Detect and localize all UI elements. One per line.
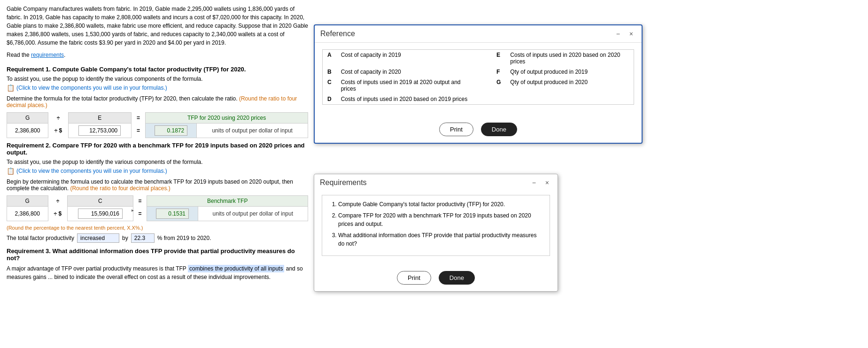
req1-popup-link[interactable]: 📋 (Click to view the components you will… [7, 84, 308, 92]
requirements-modal-body: Compute Gable Company's total factor pro… [314, 190, 558, 267]
req2-round-note: (Round the percentage to the nearest ten… [7, 225, 308, 231]
tfp-change-row: The total factor productivity by % from … [7, 233, 308, 243]
requirements-modal-footer: Print Done [314, 267, 558, 291]
ref-text-A: Cost of capacity in 2019 [336, 50, 473, 67]
req1-heading: Requirement 1. Compute Gable Company's t… [7, 66, 308, 73]
req1-determine: Determine the formula for the total fact… [7, 95, 308, 108]
req2-heading: Requirement 2. Compare TFP for 2020 with… [7, 142, 308, 156]
req2-col-g: G [7, 196, 48, 207]
document-icon-2: 📋 [7, 167, 15, 175]
ref-letter-D: D [323, 94, 336, 105]
tfp-suffix: % from 2019 to 2020. [157, 235, 211, 241]
req2-units: units of output per dollar of input [198, 207, 308, 221]
req1-row-result [146, 124, 197, 138]
ref-row-D: D Costs of inputs used in 2020 based on … [323, 94, 634, 105]
reference-table: A Cost of capacity in 2019 E Costs of in… [322, 49, 634, 105]
req1-assist: To assist you, use the popup to identify… [7, 76, 308, 82]
reference-modal: Reference − × A Cost of capacity in 2019… [314, 24, 643, 144]
requirements-minimize-button[interactable]: − [529, 178, 539, 187]
document-icon: 📋 [7, 84, 15, 92]
req2-val2: ▸ [68, 207, 133, 221]
req2-result-label: Benchmark TFP [147, 196, 308, 207]
reference-close-button[interactable]: × [627, 29, 636, 39]
req2-formula-table: G ÷ C = Benchmark TFP 2,386,800 ÷ $ ▸ = … [7, 195, 308, 221]
main-content: Gable Company manufactures wallets from … [0, 0, 315, 286]
req2-row-op1: ÷ $ [48, 207, 68, 221]
requirements-list: Compute Gable Company's total factor pro… [330, 200, 542, 248]
req1-op1: ÷ [48, 113, 68, 124]
ref-text-D: Costs of inputs used in 2020 based on 20… [336, 94, 473, 105]
ref-text-F: Qty of output produced in 2019 [505, 67, 634, 77]
req-item-1: Compute Gable Company's total factor pro… [338, 200, 542, 209]
reference-minimize-button[interactable]: − [613, 29, 623, 39]
req3-heading: Requirement 3. What additional informati… [7, 247, 308, 262]
req2-popup-link[interactable]: 📋 (Click to view the components you will… [7, 167, 308, 175]
requirements-print-button[interactable]: Print [397, 271, 431, 285]
requirements-modal-title: Requirements [320, 178, 367, 187]
req2-input-val2[interactable] [78, 209, 123, 219]
req3-truncated: ... [48, 274, 53, 280]
ref-letter-A: A [323, 50, 336, 67]
req1-val1: 2,386,800 [7, 124, 48, 138]
req1-val2 [68, 124, 131, 138]
ref-letter-B: B [323, 67, 336, 77]
reference-modal-footer: Print Done [315, 119, 642, 143]
req1-result-input[interactable] [155, 125, 187, 136]
req-item-2: Compare TFP for 2020 with a benchmark TF… [338, 211, 542, 228]
ref-letter-E: E [492, 50, 505, 67]
ref-letter-F: F [492, 67, 505, 77]
ref-text-C: Costs of inputs used in 2019 at 2020 out… [336, 77, 473, 94]
req2-assist: To assist you, use the popup to identify… [7, 159, 308, 165]
req2-row-result [147, 207, 198, 221]
req2-op1: ÷ [48, 196, 68, 207]
tfp-highlight: combines the productivity of all inputs [188, 265, 284, 272]
requirements-modal-controls: − × [529, 178, 552, 187]
read-text: Read the [7, 52, 30, 58]
requirements-list-box: Compute Gable Company's total factor pro… [322, 195, 550, 256]
req1-row-op1: ÷ $ [48, 124, 68, 138]
ref-letter-G: G [492, 77, 505, 94]
read-requirements-line: Read the requirements. [7, 52, 308, 58]
intro-text: Gable Company manufactures wallets from … [7, 5, 308, 47]
reference-print-button[interactable]: Print [439, 123, 473, 136]
req2-val1: 2,386,800 [7, 207, 48, 221]
req2-result-input[interactable] [156, 209, 189, 219]
reference-modal-header: Reference − × [315, 25, 642, 43]
reference-done-button[interactable]: Done [481, 123, 517, 136]
req2-eq1: = [133, 196, 147, 207]
req1-result-label: TFP for 2020 using 2020 prices [146, 113, 308, 124]
req2-row-eq: = [133, 207, 147, 221]
ref-text-G: Qty of output produced in 2020 [505, 77, 634, 94]
req2-col-c: C [68, 196, 133, 207]
req1-input-val2[interactable] [78, 125, 121, 136]
tfp-by: by [122, 235, 128, 241]
ref-text-E: Costs of inputs used in 2020 based on 20… [505, 50, 634, 67]
req1-row-eq: = [131, 124, 145, 138]
req1-col-g: G [7, 113, 48, 124]
tfp-changed-input[interactable] [77, 233, 119, 243]
ref-letter-C: C [323, 77, 336, 94]
requirements-modal-header: Requirements − × [314, 174, 558, 190]
ref-text-B: Cost of capacity in 2020 [336, 67, 473, 77]
requirements-close-button[interactable]: × [542, 178, 552, 187]
tfp-prefix: The total factor productivity [7, 235, 74, 241]
tfp-pct-input[interactable] [131, 233, 155, 243]
requirements-done-button[interactable]: Done [439, 271, 475, 285]
reference-modal-body: A Cost of capacity in 2019 E Costs of in… [315, 43, 642, 119]
req1-eq1: = [131, 113, 145, 124]
ref-row-AE: A Cost of capacity in 2019 E Costs of in… [323, 50, 634, 67]
ref-row-BF: B Cost of capacity in 2020 F Qty of outp… [323, 67, 634, 77]
requirements-modal: Requirements − × Compute Gable Company's… [314, 174, 558, 292]
reference-modal-controls: − × [613, 29, 636, 39]
req1-col-e: E [68, 113, 131, 124]
ref-row-CG: C Costs of inputs used in 2019 at 2020 o… [323, 77, 634, 94]
requirements-link[interactable]: requirements [31, 52, 64, 58]
reference-modal-title: Reference [320, 30, 355, 38]
req1-formula-table: G ÷ E = TFP for 2020 using 2020 prices 2… [7, 112, 308, 138]
req3-advantage: A major advantage of TFP over partial pr… [7, 264, 308, 281]
req-item-3: What additional information does TFP pro… [338, 231, 542, 248]
req1-units: units of output per dollar of input [197, 124, 308, 138]
req2-begin: Begin by determining the formula used to… [7, 178, 308, 192]
